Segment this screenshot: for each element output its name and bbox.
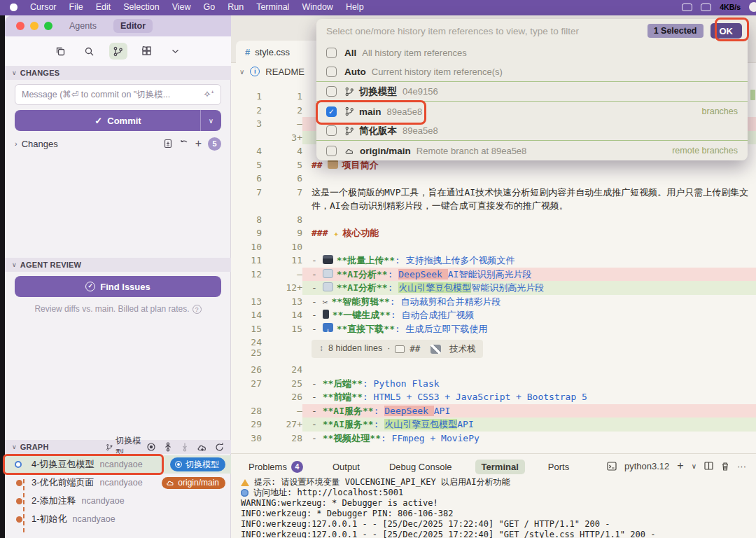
find-issues-button[interactable]: ✓ Find Issues <box>15 276 221 297</box>
old-line-number: 2425 <box>231 336 262 363</box>
commit-ref-badge[interactable]: 切换模型 <box>170 457 225 471</box>
commit-row[interactable]: 3-优化前端页面 ncandyaoe origin/main <box>5 474 231 492</box>
diff-line[interactable]: 29 27+ ↕- **AI服务**: 火山引擎豆包模型API <box>231 418 756 432</box>
agent-review-caption: Review diffs vs. main. Billed at plan ra… <box>5 304 231 314</box>
commit-dropdown-button[interactable]: ∨ <box>200 110 221 131</box>
copy-icon[interactable] <box>52 43 70 60</box>
diff-line[interactable]: 15 15 ↕- **直接下载**: 生成后立即下载使用 <box>231 322 756 336</box>
changes-tree-row[interactable]: › Changes + 5 <box>15 136 221 151</box>
item-checkbox[interactable]: ✓ <box>326 146 337 156</box>
item-checkbox[interactable]: ✓ <box>326 86 337 97</box>
terminal-dropdown-button[interactable]: ∨ <box>692 462 696 470</box>
quickpick-item[interactable]: ✓ 简化版本 89ea5e8 <box>316 121 748 141</box>
css-file-icon: # <box>245 47 250 57</box>
tab-style-css[interactable]: # style.css <box>236 41 328 63</box>
diff-line[interactable]: 12+ ↕- **AI分析**: 火山引擎豆包模型智能识别高光片段 <box>231 281 756 295</box>
hidden-lines-bar[interactable]: ↕8 hidden lines·## 技术栈 <box>312 340 483 358</box>
diff-line[interactable]: 8 8 ↕ <box>231 213 756 227</box>
discard-changes-icon[interactable] <box>179 139 189 149</box>
diff-line[interactable]: 27 25 ↕- **后端**: Python Flask <box>231 377 756 391</box>
menubar-item[interactable]: Help <box>346 2 364 12</box>
chevron-down-icon[interactable] <box>167 43 185 60</box>
menubar-item[interactable]: Run <box>227 2 244 12</box>
diff-line[interactable]: 14 14 ↕- **一键生成**: 自动合成推广视频 <box>231 308 756 322</box>
diff-line[interactable]: 6 6 ↕ <box>231 172 756 186</box>
diff-line[interactable]: 10 10 ↕ <box>231 240 756 254</box>
quickpick-item[interactable]: ✓ All All history item references <box>316 43 748 62</box>
new-terminal-button[interactable]: + <box>677 460 683 472</box>
menubar-item[interactable]: Selection <box>123 2 159 12</box>
emoji-icon <box>323 323 333 332</box>
panel-tab[interactable]: Output <box>326 460 366 474</box>
tab-agents[interactable]: Agents <box>62 19 104 33</box>
commit-ref-badge[interactable]: origin/main <box>162 477 225 489</box>
line-content: ↕ <box>302 172 756 186</box>
minimize-window-button[interactable] <box>30 22 38 30</box>
menubar-item[interactable]: Terminal <box>256 2 289 12</box>
shell-label[interactable]: python3.12 <box>624 461 669 471</box>
cloud-upload-icon[interactable] <box>197 443 208 452</box>
help-icon[interactable] <box>192 305 202 314</box>
changes-section-header[interactable]: ∨CHANGES <box>5 66 231 80</box>
menubar-status-circle-icon[interactable] <box>749 2 756 12</box>
menubar-item[interactable]: Edit <box>96 2 111 12</box>
commit-row[interactable]: 2-添加注释 ncandyaoe <box>5 492 231 510</box>
search-icon[interactable] <box>80 43 99 60</box>
diff-line[interactable]: 2425 ↕8 hidden lines·## 技术栈 <box>231 336 756 363</box>
quickpick-item[interactable]: ✓ 切换模型 04e9156 <box>316 82 748 102</box>
menubar-item[interactable]: Go <box>204 2 216 12</box>
commit-button[interactable]: ✓ Commit ∨ <box>15 110 221 131</box>
diff-line[interactable]: 13 13 ↕- **智能剪辑**: 自动裁剪和合并精彩片段 <box>231 295 756 309</box>
panel-tab[interactable]: Terminal <box>475 460 525 474</box>
menubar-item[interactable]: File <box>69 2 83 12</box>
diff-line[interactable]: 28 — ↕- **AI服务**: DeepSeek API <box>231 404 756 418</box>
panel-tab[interactable]: Problems 4 <box>242 459 309 475</box>
refresh-icon[interactable] <box>215 443 224 452</box>
menubar-item[interactable]: View <box>172 2 191 12</box>
graph-section-header[interactable]: ∨GRAPH 切换模型 <box>5 440 231 454</box>
panel-tab[interactable]: Debug Console <box>383 460 458 474</box>
agent-review-section-header[interactable]: ∨AGENT REVIEW <box>5 258 231 272</box>
stage-all-icon[interactable]: + <box>195 138 202 149</box>
menubar-item[interactable]: Window <box>302 2 332 12</box>
diff-line[interactable]: 26 ↕- **前端**: HTML5 + CSS3 + JavaScript … <box>231 390 756 404</box>
item-checkbox[interactable]: ✓ <box>326 67 337 77</box>
battery-status-icon[interactable] <box>701 4 711 11</box>
diff-line[interactable]: 12 — ↕- **AI分析**: DeepSeek AI智能识别高光片段 <box>231 268 756 282</box>
git-merge-icon[interactable] <box>163 442 173 452</box>
diff-line[interactable]: 9 9 ↕### 核心功能 <box>231 226 756 240</box>
extensions-icon[interactable] <box>138 43 156 60</box>
quickpick-filter-input[interactable]: Select one/more history item references … <box>326 26 640 36</box>
diff-line[interactable]: 26 24 ↕ <box>231 363 756 377</box>
ok-button[interactable]: OK <box>710 23 743 39</box>
display-status-icon[interactable] <box>682 4 692 11</box>
open-changes-icon[interactable] <box>163 139 173 149</box>
menubar-item[interactable]: Cursor <box>30 2 57 12</box>
item-description: Current history item reference(s) <box>372 67 503 77</box>
diff-line[interactable]: 7 7 ↕这是一个极简版的MVP工具，旨在通过AI技术快速分析短剧内容并自动生成… <box>231 186 756 213</box>
quickpick-item[interactable]: ✓ Auto Current history item reference(s) <box>316 62 748 82</box>
item-checkbox[interactable]: ✓ <box>326 125 337 136</box>
panel-tab[interactable]: Ports <box>542 460 575 474</box>
source-control-icon[interactable] <box>109 43 127 60</box>
ai-generate-message-icon[interactable]: ✧+ <box>203 89 214 99</box>
target-icon[interactable] <box>146 442 156 452</box>
zoom-window-button[interactable] <box>44 22 52 30</box>
bottom-panel: Problems 4 Output Debug Console Terminal <box>231 453 756 538</box>
quickpick-item[interactable]: ✓ origin/main Remote branch at 89ea5e8 r… <box>316 141 748 160</box>
terminal-output[interactable]: 提示: 请设置环境变量 VOLCENGINE_API_KEY 以启用AI分析功能… <box>241 477 655 538</box>
commit-row[interactable]: 1-初始化 ncandyaoe <box>5 510 231 528</box>
item-checkbox[interactable]: ✓ <box>326 48 337 58</box>
diff-line[interactable]: 30 28 ↕- **视频处理**: FFmpeg + MoviePy <box>231 432 756 446</box>
tab-editor[interactable]: Editor <box>113 19 153 33</box>
commit-message-input[interactable]: Message (⌘⏎ to commit on "切换模... ✧+ <box>15 84 221 105</box>
diff-line[interactable]: 11 11 ↕- **批量上传**: 支持拖拽上传多个视频文件 <box>231 254 756 268</box>
item-checkbox[interactable]: ✓ <box>326 106 337 117</box>
commit-row[interactable]: 4-切换豆包模型 ncandyaoe 切换模型 <box>5 455 231 474</box>
close-window-button[interactable] <box>16 22 24 30</box>
kill-terminal-icon[interactable] <box>721 462 729 471</box>
quickpick-item[interactable]: ✓ main 89ea5e8 branches <box>316 102 748 121</box>
split-terminal-icon[interactable] <box>704 462 713 470</box>
git-fetch-icon[interactable] <box>180 442 190 452</box>
more-actions-icon[interactable]: ··· <box>737 461 746 471</box>
